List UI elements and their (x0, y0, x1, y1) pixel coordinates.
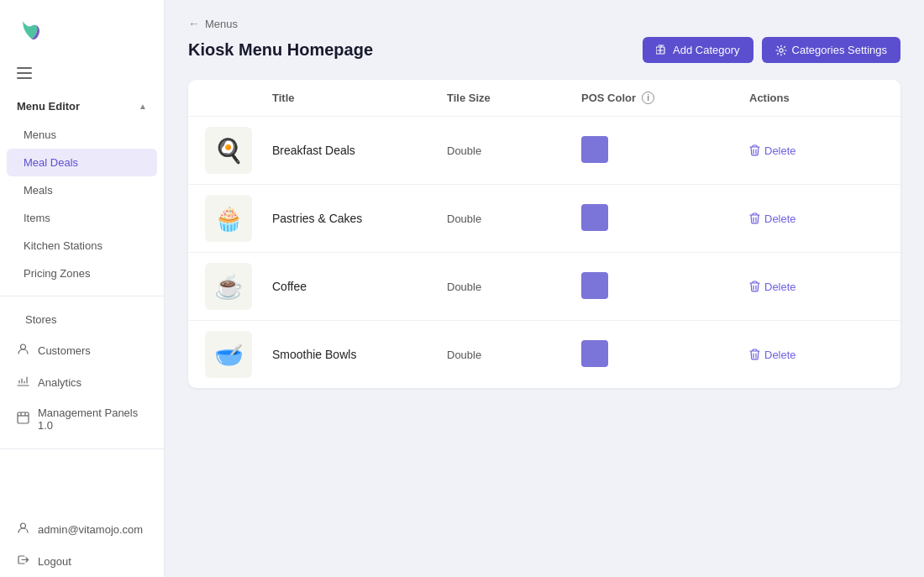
table-body: 🍳 Breakfast Deals Double Delete 🧁 Pastri… (188, 117, 900, 388)
row-image-2: 🧁 (205, 195, 252, 242)
sidebar-bottom-nav: admin@vitamojo.comLogout (0, 513, 164, 577)
row-actions-4: Delete (749, 349, 884, 361)
row-actions-1: Delete (749, 144, 884, 157)
page-header: Kiosk Menu Homepage Add Category Categor… (188, 37, 900, 63)
logout-icon (17, 553, 29, 569)
management-icon (17, 412, 29, 427)
row-image-4: 🥣 (205, 331, 252, 378)
sidebar-item-pricing-zones[interactable]: Pricing Zones (0, 260, 164, 287)
sidebar-item-admin[interactable]: admin@vitamojo.com (0, 513, 164, 545)
sidebar-item-logout[interactable]: Logout (0, 545, 164, 577)
row-image-1: 🍳 (205, 127, 252, 174)
menu-editor-label: Menu Editor (17, 100, 80, 113)
categories-table: Title Tile Size POS Color i Actions 🍳 Br… (188, 80, 900, 388)
row-title-2: Pastries & Cakes (272, 212, 447, 225)
trash-icon (749, 144, 760, 156)
col-header-actions: Actions (749, 92, 884, 104)
row-tile-size-1: Double (447, 144, 581, 157)
sidebar-item-management-panels[interactable]: Management Panels 1.0 (0, 398, 164, 440)
color-swatch-1 (581, 136, 608, 163)
food-emoji-1: 🍳 (214, 137, 244, 165)
food-emoji-3: ☕ (214, 273, 244, 301)
row-pos-color-2 (581, 204, 749, 233)
sidebar-item-meal-deals[interactable]: Meal Deals (7, 149, 157, 176)
customers-icon (17, 343, 29, 358)
svg-rect-2 (17, 77, 32, 79)
trash-icon (749, 349, 760, 360)
col-header-title: Title (272, 92, 447, 104)
sidebar-item-items[interactable]: Items (0, 204, 164, 232)
chevron-up-icon: ▲ (139, 102, 147, 111)
svg-point-3 (21, 344, 26, 349)
sidebar-item-analytics[interactable]: Analytics (0, 366, 164, 398)
color-swatch-3 (581, 272, 608, 299)
main-content: ← Menus Kiosk Menu Homepage Add Category… (165, 0, 924, 577)
delete-button-3[interactable]: Delete (749, 281, 796, 293)
row-pos-color-1 (581, 136, 749, 165)
svg-rect-4 (18, 412, 29, 423)
delete-button-4[interactable]: Delete (749, 349, 796, 361)
table-header: Title Tile Size POS Color i Actions (188, 80, 900, 117)
row-pos-color-4 (581, 340, 749, 370)
breadcrumb-link[interactable]: Menus (205, 18, 238, 30)
hamburger-icon[interactable] (0, 60, 164, 92)
col-header-tile-size: Tile Size (447, 92, 581, 104)
sidebar-divider-2 (0, 448, 164, 449)
sidebar-item-menus[interactable]: Menus (0, 121, 164, 149)
row-title-1: Breakfast Deals (272, 144, 447, 157)
sidebar-bottom: admin@vitamojo.comLogout (0, 513, 164, 577)
food-emoji-4: 🥣 (214, 341, 244, 369)
row-image-3: ☕ (205, 263, 252, 310)
svg-point-5 (21, 523, 26, 528)
svg-point-7 (779, 48, 782, 51)
trash-icon (749, 212, 760, 224)
sidebar-item-meals[interactable]: Meals (0, 176, 164, 204)
breadcrumb: ← Menus (188, 17, 900, 30)
page-title: Kiosk Menu Homepage (188, 40, 373, 60)
analytics-icon (17, 375, 29, 390)
sidebar-label-admin: admin@vitamojo.com (38, 523, 143, 536)
sidebar-divider-1 (0, 296, 164, 296)
table-row: 🍳 Breakfast Deals Double Delete (188, 117, 900, 185)
table-row: ☕ Coffee Double Delete (188, 253, 900, 321)
menu-editor-section[interactable]: Menu Editor ▲ (0, 92, 164, 121)
back-arrow-icon: ← (188, 17, 200, 30)
row-tile-size-4: Double (447, 349, 581, 361)
pos-color-info-icon[interactable]: i (642, 92, 654, 104)
food-emoji-2: 🧁 (214, 205, 244, 233)
sidebar-label-analytics: Analytics (38, 376, 81, 389)
logo-container (0, 0, 164, 60)
table-row: 🧁 Pastries & Cakes Double Delete (188, 185, 900, 253)
color-swatch-2 (581, 204, 608, 231)
sidebar: Menu Editor ▲ MenusMeal DealsMealsItemsK… (0, 0, 165, 577)
categories-settings-button[interactable]: Categories Settings (762, 37, 900, 63)
sidebar-label-logout: Logout (38, 555, 71, 568)
user-icon (17, 522, 29, 537)
row-pos-color-3 (581, 272, 749, 302)
row-tile-size-3: Double (447, 281, 581, 293)
sidebar-label-management-panels: Management Panels 1.0 (38, 407, 147, 432)
delete-button-2[interactable]: Delete (749, 212, 796, 225)
sidebar-item-customers[interactable]: Customers (0, 334, 164, 366)
row-title-4: Smoothie Bowls (272, 348, 447, 361)
gear-icon (775, 45, 787, 56)
color-swatch-4 (581, 340, 608, 367)
sidebar-main-nav: StoresCustomersAnalyticsManagement Panel… (0, 305, 164, 440)
sidebar-nav-list: MenusMeal DealsMealsItemsKitchen Station… (0, 121, 164, 287)
sidebar-item-stores[interactable]: Stores (0, 305, 164, 334)
add-category-icon (656, 45, 668, 56)
svg-rect-0 (17, 67, 32, 69)
header-actions: Add Category Categories Settings (643, 37, 900, 63)
add-category-button[interactable]: Add Category (643, 37, 753, 63)
row-title-3: Coffee (272, 280, 447, 293)
row-actions-3: Delete (749, 281, 884, 293)
sidebar-item-kitchen-stations[interactable]: Kitchen Stations (0, 232, 164, 260)
logo-icon (17, 15, 47, 45)
delete-button-1[interactable]: Delete (749, 144, 796, 157)
col-header-pos-color: POS Color i (581, 92, 749, 104)
sidebar-label-stores: Stores (25, 313, 57, 326)
table-row: 🥣 Smoothie Bowls Double Delete (188, 321, 900, 388)
row-actions-2: Delete (749, 212, 884, 225)
trash-icon (749, 281, 760, 292)
row-tile-size-2: Double (447, 212, 581, 225)
